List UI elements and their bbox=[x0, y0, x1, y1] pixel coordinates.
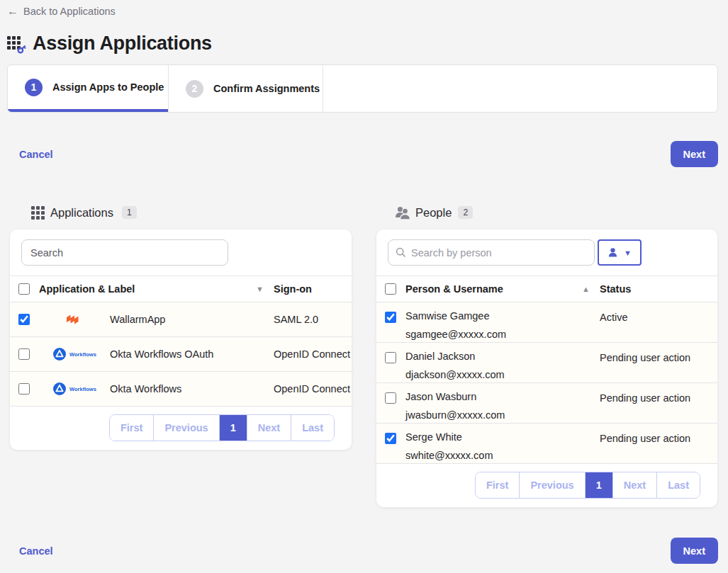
applications-select-all-checkbox[interactable] bbox=[18, 283, 30, 295]
pagination-page-1-button[interactable]: 1 bbox=[219, 415, 247, 441]
person-username: jwasburn@xxxxx.com bbox=[405, 409, 600, 421]
application-row: Workflows Okta Workflows OpenID Connect bbox=[10, 372, 352, 407]
cancel-link-bottom[interactable]: Cancel bbox=[19, 545, 53, 557]
back-link-label: Back to Applications bbox=[23, 6, 116, 17]
person-row: Daniel Jackson djackson@xxxxx.com Pendin… bbox=[376, 343, 717, 383]
applications-column: Applications 1 Application & Label ▼ Sig… bbox=[10, 204, 352, 507]
assign-applications-icon bbox=[7, 35, 26, 53]
application-checkbox[interactable] bbox=[18, 314, 30, 325]
next-button-bottom[interactable]: Next bbox=[671, 538, 718, 564]
people-count-badge: 2 bbox=[458, 206, 473, 219]
person-name: Daniel Jackson bbox=[405, 351, 600, 362]
applications-sort-header[interactable]: Application & Label ▼ bbox=[39, 283, 274, 295]
application-signon: OpenID Connect bbox=[274, 383, 352, 395]
tab-label: Confirm Assignments bbox=[213, 83, 320, 94]
person-name: Samwise Gamgee bbox=[405, 310, 600, 322]
page-header: Assign Applications bbox=[7, 33, 718, 55]
column-status: Status bbox=[600, 283, 717, 295]
person-username: swhite@xxxxx.com bbox=[405, 450, 600, 461]
caret-down-icon: ▼ bbox=[624, 249, 632, 257]
person-status: Pending user action bbox=[600, 391, 717, 404]
applications-header: Applications 1 bbox=[10, 204, 352, 221]
people-search-row: ▼ bbox=[376, 229, 717, 276]
tab-confirm-assignments[interactable]: 2 Confirm Assignments bbox=[168, 65, 323, 112]
key-icon bbox=[16, 43, 28, 55]
applications-count-badge: 1 bbox=[122, 206, 137, 219]
people-header-label: People bbox=[415, 206, 452, 220]
pagination-last-button[interactable]: Last bbox=[656, 472, 700, 498]
pagination-previous-button[interactable]: Previous bbox=[519, 472, 584, 498]
application-row: Workflows Okta Workflows OAuth OpenID Co… bbox=[10, 337, 352, 372]
applications-header-label: Applications bbox=[50, 206, 113, 220]
column-person-username: Person & Username bbox=[405, 283, 503, 295]
person-status: Pending user action bbox=[600, 431, 717, 444]
bottom-actions: Cancel Next bbox=[7, 538, 718, 564]
person-checkbox[interactable] bbox=[385, 433, 396, 444]
person-username: sgamgee@xxxxx.com bbox=[405, 329, 600, 340]
search-icon bbox=[396, 247, 406, 258]
main-content: Applications 1 Application & Label ▼ Sig… bbox=[7, 204, 718, 507]
application-name: WallarmApp bbox=[110, 314, 274, 325]
people-column: People 2 bbox=[376, 204, 717, 507]
person-row: Jason Wasburn jwasburn@xxxxx.com Pending… bbox=[376, 383, 717, 424]
sort-desc-icon: ▼ bbox=[256, 285, 264, 293]
application-signon: SAML 2.0 bbox=[274, 314, 352, 325]
people-sort-header[interactable]: Person & Username ▲ bbox=[405, 283, 600, 295]
step-1-badge: 1 bbox=[25, 79, 43, 96]
applications-search-row bbox=[10, 229, 352, 276]
tab-label: Assign Apps to People bbox=[52, 81, 164, 93]
people-select-all-checkbox[interactable] bbox=[385, 283, 396, 295]
column-signon: Sign-on bbox=[274, 283, 352, 295]
okta-workflows-logo-icon: Workflows bbox=[39, 347, 110, 361]
wizard-tabbar: 1 Assign Apps to People 2 Confirm Assign… bbox=[7, 64, 718, 113]
person-status: Active bbox=[600, 310, 717, 323]
pagination-next-button[interactable]: Next bbox=[247, 415, 291, 441]
pagination-next-button[interactable]: Next bbox=[612, 472, 656, 498]
sort-asc-icon: ▲ bbox=[582, 285, 590, 293]
step-2-badge: 2 bbox=[186, 80, 203, 98]
person-checkbox[interactable] bbox=[385, 392, 396, 404]
people-table-header: Person & Username ▲ Status bbox=[376, 276, 717, 302]
workflows-logo-text: Workflows bbox=[69, 386, 96, 392]
person-status: Pending user action bbox=[600, 351, 717, 363]
person-name: Serge White bbox=[405, 431, 600, 443]
applications-pagination: First Previous 1 Next Last bbox=[10, 407, 352, 450]
person-row: Samwise Gamgee sgamgee@xxxxx.com Active bbox=[376, 302, 717, 343]
pagination-first-button[interactable]: First bbox=[476, 472, 519, 498]
application-checkbox[interactable] bbox=[18, 383, 30, 395]
people-pagination: First Previous 1 Next Last bbox=[376, 464, 717, 507]
application-name: Okta Workflows OAuth bbox=[110, 348, 274, 360]
person-filter-dropdown[interactable]: ▼ bbox=[598, 239, 642, 266]
application-row: WallarmApp SAML 2.0 bbox=[10, 302, 352, 337]
workflows-logo-text: Workflows bbox=[69, 351, 96, 358]
person-checkbox[interactable] bbox=[385, 312, 396, 323]
people-icon bbox=[394, 205, 412, 220]
person-row: Serge White swhite@xxxxx.com Pending use… bbox=[376, 424, 717, 464]
page-title: Assign Applications bbox=[33, 33, 212, 55]
top-actions: Cancel Next bbox=[7, 141, 718, 167]
people-card: ▼ Person & Username ▲ Status Samwise Gam… bbox=[376, 229, 717, 507]
pagination-last-button[interactable]: Last bbox=[291, 415, 334, 441]
okta-workflows-logo-icon: Workflows bbox=[39, 382, 110, 396]
pagination-previous-button[interactable]: Previous bbox=[153, 415, 218, 441]
person-username: djackson@xxxxx.com bbox=[405, 369, 600, 380]
application-signon: OpenID Connect bbox=[274, 348, 352, 360]
people-search-input[interactable] bbox=[411, 247, 587, 259]
pagination-first-button[interactable]: First bbox=[110, 415, 153, 441]
application-checkbox[interactable] bbox=[18, 348, 30, 360]
wallarm-logo-icon bbox=[39, 313, 110, 326]
person-name: Jason Wasburn bbox=[405, 391, 600, 402]
back-arrow-icon: ← bbox=[7, 6, 18, 17]
pagination-page-1-button[interactable]: 1 bbox=[585, 472, 612, 498]
applications-table-header: Application & Label ▼ Sign-on bbox=[10, 276, 352, 302]
applications-card: Application & Label ▼ Sign-on WallarmApp… bbox=[10, 229, 352, 450]
next-button-top[interactable]: Next bbox=[671, 141, 718, 167]
cancel-link-top[interactable]: Cancel bbox=[19, 149, 53, 160]
back-to-applications-link[interactable]: ← Back to Applications bbox=[7, 6, 116, 17]
assign-applications-page: ← Back to Applications Assign Applicatio… bbox=[0, 0, 728, 564]
person-icon bbox=[607, 247, 618, 258]
column-application-label: Application & Label bbox=[39, 283, 135, 295]
tab-assign-apps-to-people[interactable]: 1 Assign Apps to People bbox=[8, 65, 168, 112]
person-checkbox[interactable] bbox=[385, 352, 396, 363]
applications-search-input[interactable] bbox=[21, 239, 228, 266]
